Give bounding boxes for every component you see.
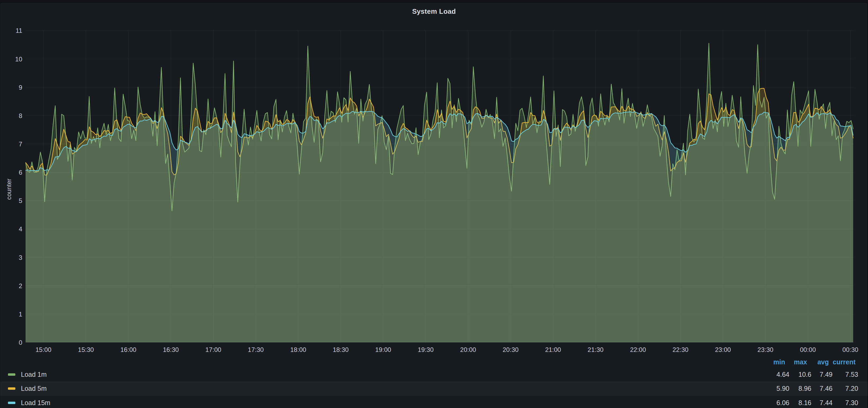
svg-text:17:30: 17:30 <box>248 346 264 353</box>
svg-text:counter: counter <box>5 179 12 200</box>
svg-text:15:30: 15:30 <box>78 346 94 353</box>
svg-text:21:30: 21:30 <box>588 346 603 353</box>
svg-text:9: 9 <box>19 84 22 91</box>
svg-text:7: 7 <box>19 140 22 148</box>
svg-text:6: 6 <box>19 169 22 176</box>
svg-text:2: 2 <box>19 282 22 290</box>
svg-text:23:00: 23:00 <box>715 346 731 353</box>
svg-text:22:00: 22:00 <box>630 346 646 353</box>
svg-text:0: 0 <box>19 339 22 346</box>
svg-text:00:00: 00:00 <box>800 346 816 353</box>
svg-text:19:30: 19:30 <box>417 346 433 353</box>
svg-text:20:00: 20:00 <box>460 346 476 353</box>
svg-text:8: 8 <box>19 112 22 119</box>
svg-text:22:30: 22:30 <box>673 346 688 353</box>
svg-text:16:00: 16:00 <box>121 346 136 353</box>
svg-text:20:30: 20:30 <box>503 346 519 353</box>
svg-text:1: 1 <box>19 311 22 318</box>
svg-text:18:00: 18:00 <box>290 346 306 353</box>
svg-text:15:00: 15:00 <box>35 346 51 353</box>
svg-text:3: 3 <box>19 254 22 261</box>
svg-text:11: 11 <box>16 27 22 34</box>
svg-text:19:00: 19:00 <box>375 346 391 353</box>
svg-text:17:00: 17:00 <box>206 346 221 353</box>
svg-text:16:30: 16:30 <box>163 346 179 353</box>
svg-text:23:30: 23:30 <box>757 346 773 353</box>
svg-text:4: 4 <box>19 226 22 233</box>
svg-text:21:00: 21:00 <box>545 346 561 353</box>
svg-text:18:30: 18:30 <box>333 346 349 353</box>
svg-text:5: 5 <box>19 197 22 204</box>
svg-text:00:30: 00:30 <box>842 346 858 353</box>
svg-text:10: 10 <box>15 56 22 63</box>
